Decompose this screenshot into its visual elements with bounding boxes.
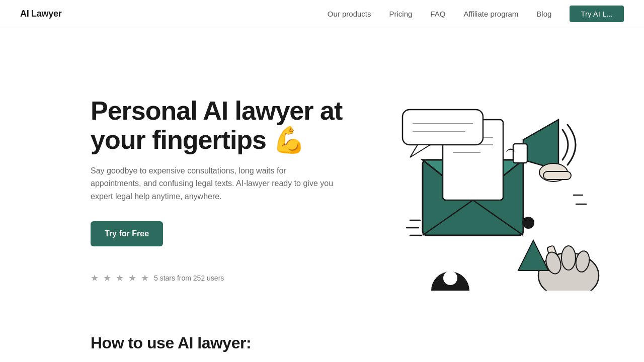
nav-try-button[interactable]: Try AI L... (570, 6, 624, 22)
hero-text-block: Personal AI lawyer at your fingertips 💪 … (91, 97, 342, 283)
svg-point-22 (561, 246, 576, 270)
hero-subtitle: Say goodbye to expensive consultations, … (91, 164, 337, 203)
svg-rect-8 (403, 110, 483, 145)
try-free-button[interactable]: Try for Free (91, 221, 163, 246)
svg-point-25 (522, 217, 534, 229)
bottom-title: How to use AI lawyer: (91, 334, 553, 352)
navbar: AI Lawyer Our products Pricing FAQ Affil… (0, 0, 644, 28)
nav-our-products[interactable]: Our products (328, 10, 371, 18)
star-icons: ★ ★ ★ ★ ★ (91, 273, 150, 284)
hero-svg (372, 79, 604, 291)
svg-marker-9 (410, 145, 430, 157)
stars-label: 5 stars from 252 users (154, 274, 224, 282)
nav-pricing[interactable]: Pricing (389, 10, 413, 18)
nav-affiliate[interactable]: Affiliate program (463, 10, 518, 18)
svg-marker-24 (518, 240, 548, 270)
svg-rect-15 (543, 171, 571, 179)
hero-title: Personal AI lawyer at your fingertips 💪 (91, 97, 342, 154)
svg-marker-12 (523, 120, 558, 170)
rating-row: ★ ★ ★ ★ ★ 5 stars from 252 users (91, 273, 342, 284)
svg-point-17 (443, 271, 457, 285)
bottom-section: How to use AI lawyer: (0, 322, 644, 352)
nav-blog[interactable]: Blog (536, 10, 551, 18)
hero-section: Personal AI lawyer at your fingertips 💪 … (0, 28, 644, 322)
nav-faq[interactable]: FAQ (430, 10, 445, 18)
brand-logo: AI Lawyer (20, 9, 61, 19)
hero-illustration (352, 79, 624, 291)
svg-rect-13 (513, 144, 527, 163)
